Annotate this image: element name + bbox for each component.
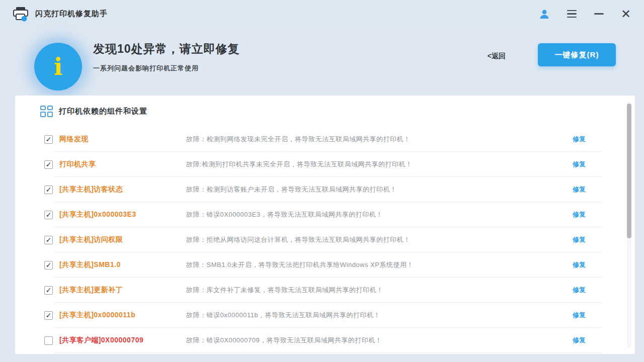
fix-link[interactable]: 修复 bbox=[573, 210, 586, 219]
issue-name: [共享主机]访客状态 bbox=[59, 185, 186, 194]
account-button[interactable] bbox=[538, 8, 550, 20]
issue-name: [共享主机]0x0000011b bbox=[59, 311, 186, 320]
issue-name: [共享主机]SMB1.0 bbox=[59, 260, 186, 269]
info-icon-glyph: i bbox=[54, 55, 62, 78]
issue-checkbox[interactable]: ✓ bbox=[44, 186, 53, 194]
summary-header: i 发现10处异常，请立即修复 一系列问题会影响打印机正常使用 <返回 一键修复… bbox=[0, 28, 644, 96]
issue-row: ✓ [共享主机]SMB1.0 故障：SMB1.0未开启，将导致无法把打印机共享给… bbox=[15, 252, 635, 278]
issue-row: [共享客户端]0X00000709 故障：错误0X00000709，将导致无法互… bbox=[15, 328, 635, 353]
fix-link[interactable]: 修复 bbox=[573, 160, 586, 169]
panel-header: 打印机依赖的组件和设置 bbox=[15, 96, 635, 127]
issue-row: ✓ [共享主机]0x0000011b 故障：错误0x0000011b，将导致无法… bbox=[15, 303, 635, 328]
fix-link[interactable]: 修复 bbox=[573, 235, 586, 244]
summary-subtitle: 一系列问题会影响打印机正常使用 bbox=[93, 64, 240, 73]
issue-fault-text: 故障:检测到打印机共享未完全开启，将导致无法互联局域网共享的打印机！ bbox=[186, 160, 573, 169]
info-icon: i bbox=[34, 43, 82, 90]
menu-button[interactable] bbox=[566, 8, 578, 20]
fix-link[interactable]: 修复 bbox=[573, 286, 586, 295]
issue-fault-text: 故障：库文件补丁未修复，将导致无法互联局域网共享的打印机！ bbox=[186, 286, 573, 295]
one-click-repair-button[interactable]: 一键修复(R) bbox=[538, 43, 616, 66]
issue-name: [共享主机]访问权限 bbox=[59, 235, 186, 244]
issue-name: 打印机共享 bbox=[59, 160, 186, 169]
issue-fault-text: 故障：拒绝从网络访问这台计算机，将导致无法互联局域网共享的打印机！ bbox=[186, 235, 573, 244]
issue-checkbox[interactable]: ✓ bbox=[44, 311, 53, 320]
close-button[interactable]: ✕ bbox=[620, 8, 632, 20]
scrollbar-thumb[interactable] bbox=[627, 104, 631, 238]
issue-row: ✓ [共享主机]访问权限 故障：拒绝从网络访问这台计算机，将导致无法互联局域网共… bbox=[15, 227, 635, 252]
issue-name: [共享主机]更新补丁 bbox=[59, 286, 186, 295]
back-link[interactable]: <返回 bbox=[488, 52, 506, 61]
components-grid-icon bbox=[40, 106, 53, 117]
close-icon: ✕ bbox=[621, 8, 631, 20]
fix-link[interactable]: 修复 bbox=[573, 311, 586, 320]
scrollbar-track[interactable] bbox=[627, 102, 631, 348]
titlebar: 闪克打印机修复助手 ✕ bbox=[0, 0, 644, 28]
issue-name: [共享主机]0x000003E3 bbox=[59, 210, 186, 219]
issue-row: ✓ 打印机共享 故障:检测到打印机共享未完全开启，将导致无法互联局域网共享的打印… bbox=[15, 152, 635, 177]
issue-fault-text: 故障：SMB1.0未开启，将导致无法把打印机共享给Windows XP系统使用！ bbox=[186, 260, 573, 269]
issue-checkbox[interactable]: ✓ bbox=[44, 135, 53, 144]
printer-app-icon bbox=[12, 7, 29, 22]
issue-checkbox[interactable]: ✓ bbox=[44, 261, 53, 269]
issues-panel: 打印机依赖的组件和设置 ✓ 网络发现 故障：检测到网络发现未完全开启，将导致无法… bbox=[15, 96, 635, 354]
issue-list: ✓ 网络发现 故障：检测到网络发现未完全开启，将导致无法互联局域网共享的打印机！… bbox=[15, 127, 635, 353]
issue-row: ✓ 网络发现 故障：检测到网络发现未完全开启，将导致无法互联局域网共享的打印机！… bbox=[15, 127, 635, 152]
user-icon bbox=[539, 9, 550, 20]
issue-fault-text: 故障：错误0x0000011b，将导致无法互联局域网共享的打印机！ bbox=[186, 311, 573, 320]
issue-row: ✓ [共享主机]0x000003E3 故障：错误0X000003E3，将导致无法… bbox=[15, 202, 635, 227]
issue-checkbox[interactable]: ✓ bbox=[44, 160, 53, 169]
hamburger-icon bbox=[567, 10, 577, 18]
summary-title: 发现10处异常，请立即修复 bbox=[93, 41, 240, 57]
issue-checkbox[interactable]: ✓ bbox=[44, 236, 53, 244]
issue-row: ✓ [共享主机]访客状态 故障：检测到访客账户未开启，将导致无法互联局域网共享的… bbox=[15, 177, 635, 202]
fix-link[interactable]: 修复 bbox=[573, 135, 586, 144]
issue-fault-text: 故障：检测到访客账户未开启，将导致无法互联局域网共享的打印机！ bbox=[186, 185, 573, 194]
issue-checkbox[interactable]: ✓ bbox=[44, 211, 53, 219]
issue-fault-text: 故障：错误0X000003E3，将导致无法互联局域网共享的打印机！ bbox=[186, 210, 573, 219]
fix-link[interactable]: 修复 bbox=[573, 336, 586, 345]
app-title: 闪克打印机修复助手 bbox=[35, 9, 108, 19]
issue-checkbox[interactable] bbox=[44, 336, 53, 345]
minimize-icon bbox=[594, 13, 604, 15]
issue-fault-text: 故障：检测到网络发现未完全开启，将导致无法互联局域网共享的打印机！ bbox=[186, 135, 573, 144]
fix-link[interactable]: 修复 bbox=[573, 260, 586, 269]
issue-row: ✓ [共享主机]更新补丁 故障：库文件补丁未修复，将导致无法互联局域网共享的打印… bbox=[15, 278, 635, 303]
issue-checkbox[interactable]: ✓ bbox=[44, 286, 53, 295]
issue-name: [共享客户端]0X00000709 bbox=[59, 336, 186, 345]
issue-name: 网络发现 bbox=[59, 135, 186, 144]
minimize-button[interactable] bbox=[593, 8, 605, 20]
issue-fault-text: 故障：错误0X00000709，将导致无法互联局域网共享的打印机！ bbox=[186, 336, 573, 345]
fix-link[interactable]: 修复 bbox=[573, 185, 586, 194]
section-title: 打印机依赖的组件和设置 bbox=[59, 107, 147, 116]
